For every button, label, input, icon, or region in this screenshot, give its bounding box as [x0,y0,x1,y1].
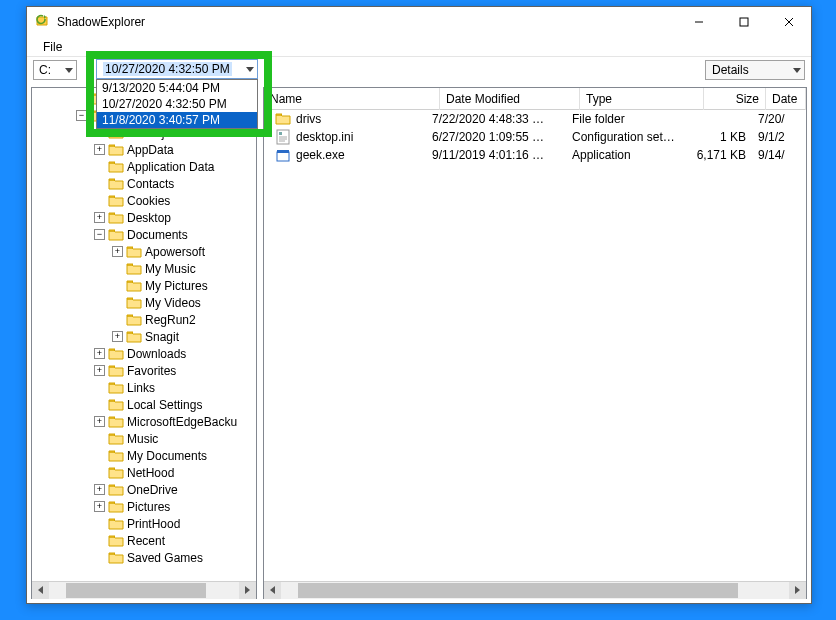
snapshot-dropdown[interactable]: 9/13/2020 5:44:04 PM 10/27/2020 4:32:50 … [96,79,258,129]
drive-select[interactable]: C: [33,60,77,80]
collapse-icon[interactable]: − [76,110,87,121]
tree-item[interactable]: NetHood [32,464,256,481]
expand-icon[interactable]: + [94,501,105,512]
tree-item[interactable]: My Music [32,260,256,277]
column-date-modified[interactable]: Date Modified [440,88,580,110]
tree-item[interactable]: +Pictures [32,498,256,515]
tree-item[interactable]: +Downloads [32,345,256,362]
expand-icon[interactable]: + [112,331,123,342]
folder-icon [108,194,124,208]
scroll-track[interactable] [49,582,239,599]
tree-item[interactable]: PrintHood [32,515,256,532]
tree-item[interactable]: +Snagit [32,328,256,345]
tree-item-label: Contacts [127,177,174,191]
expand-spacer [112,297,123,308]
expand-icon[interactable]: + [112,246,123,257]
folder-icon [108,160,124,174]
titlebar[interactable]: ShadowExplorer [27,7,811,37]
column-size[interactable]: Size [704,88,766,110]
folder-icon [108,398,124,412]
collapse-icon[interactable]: − [94,229,105,240]
tree-item[interactable]: Cookies [32,192,256,209]
view-select-label: Details [712,63,749,77]
menu-file[interactable]: File [35,38,70,56]
tree-item-label: My Pictures [145,279,208,293]
folder-icon [108,432,124,446]
expand-spacer [94,467,105,478]
tree-item-label: PrintHood [127,517,180,531]
scroll-right-button[interactable] [239,582,256,599]
file-name: drivs [296,112,321,126]
folder-icon [126,279,142,293]
tree-item[interactable]: +Apowersoft [32,243,256,260]
column-date[interactable]: Date [766,88,806,110]
snapshot-select[interactable]: 10/27/2020 4:32:50 PM [96,59,258,79]
tree-item[interactable]: Music [32,430,256,447]
cell-type: Configuration set… [566,130,690,144]
snapshot-option[interactable]: 10/27/2020 4:32:50 PM [97,96,257,112]
maximize-button[interactable] [721,7,766,37]
folder-icon [108,500,124,514]
table-row[interactable]: geek.exe9/11/2019 4:01:16 …Application6,… [264,146,806,164]
list-scrollbar[interactable] [264,581,806,598]
tree-item[interactable]: +OneDrive [32,481,256,498]
scroll-left-button[interactable] [32,582,49,599]
tree-item[interactable]: My Videos [32,294,256,311]
snapshot-option[interactable]: 11/8/2020 3:40:57 PM [97,112,257,128]
tree-item[interactable]: Saved Games [32,549,256,566]
file-list[interactable]: drivs7/22/2020 4:48:33 …File folder7/20/… [264,110,806,581]
file-name: desktop.ini [296,130,353,144]
cell-size: 1 KB [690,130,752,144]
tree-item[interactable]: +AppData [32,141,256,158]
cell-date-modified: 9/11/2019 4:01:16 … [426,148,566,162]
table-row[interactable]: desktop.ini6/27/2020 1:09:55 …Configurat… [264,128,806,146]
scroll-left-button[interactable] [264,582,281,599]
folder-icon [108,449,124,463]
tree-item-label: Pictures [127,500,170,514]
tree-item[interactable]: My Documents [32,447,256,464]
column-name[interactable]: Name [264,88,440,110]
expand-spacer [94,552,105,563]
expand-icon[interactable]: + [94,348,105,359]
folder-icon [108,177,124,191]
tree-item[interactable]: +Desktop [32,209,256,226]
tree-item[interactable]: +Favorites [32,362,256,379]
tree-item[interactable]: Links [32,379,256,396]
minimize-button[interactable] [676,7,721,37]
tree-item[interactable]: My Pictures [32,277,256,294]
expand-icon[interactable]: + [94,484,105,495]
folder-icon [108,466,124,480]
tree-scrollbar[interactable] [32,581,256,598]
scroll-thumb[interactable] [298,583,738,598]
scroll-right-button[interactable] [789,582,806,599]
expand-icon[interactable]: + [94,416,105,427]
close-button[interactable] [766,7,811,37]
tree-item[interactable]: Recent [32,532,256,549]
tree-item[interactable]: Application Data [32,158,256,175]
tree-item-label: My Music [145,262,196,276]
expand-icon[interactable]: + [94,144,105,155]
expand-icon[interactable]: + [94,212,105,223]
chevron-down-icon [246,67,254,72]
tree-item-label: Snagit [145,330,179,344]
folder-icon [126,262,142,276]
tree-item[interactable]: Local Settings [32,396,256,413]
tree-item[interactable]: +MicrosoftEdgeBacku [32,413,256,430]
tree-item[interactable]: −Documents [32,226,256,243]
scroll-thumb[interactable] [66,583,206,598]
expand-spacer [94,178,105,189]
svg-rect-10 [277,150,289,153]
scroll-track[interactable] [281,582,789,599]
snapshot-option[interactable]: 9/13/2020 5:44:04 PM [97,80,257,96]
folder-tree[interactable]: Public−user3D Objects+AppDataApplication… [32,88,256,581]
file-icon [274,129,292,145]
column-type[interactable]: Type [580,88,704,110]
table-row[interactable]: drivs7/22/2020 4:48:33 …File folder7/20/ [264,110,806,128]
view-select[interactable]: Details [705,60,805,80]
tree-item-label: Recent [127,534,165,548]
tree-item[interactable]: RegRun2 [32,311,256,328]
tree-item[interactable]: Contacts [32,175,256,192]
expand-icon[interactable]: + [94,365,105,376]
folder-icon [108,551,124,565]
main-panes: Public−user3D Objects+AppDataApplication… [27,83,811,603]
